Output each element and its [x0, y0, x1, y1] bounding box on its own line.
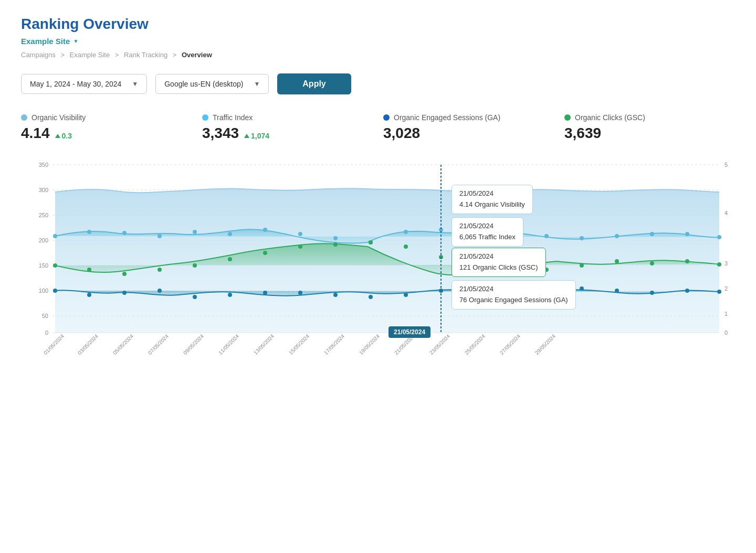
metric-dot [21, 114, 27, 121]
search-engine-picker[interactable]: Google us-EN (desktop) ▼ [155, 74, 269, 94]
apply-button[interactable]: Apply [277, 73, 351, 94]
svg-text:01/05/2024: 01/05/2024 [43, 333, 65, 356]
site-name: Example Site [21, 37, 70, 46]
svg-point-50 [333, 293, 338, 297]
svg-text:07/05/2024: 07/05/2024 [147, 333, 170, 356]
svg-text:27/05/2024: 27/05/2024 [499, 333, 521, 356]
active-date-bar: 21/05/2024 [388, 326, 430, 338]
svg-point-24 [122, 231, 127, 235]
breadcrumb-example-site[interactable]: Example Site [70, 51, 110, 59]
metric-value-row: 3,343 1,074 [202, 125, 362, 142]
svg-point-69 [298, 244, 302, 249]
date-range-picker[interactable]: May 1, 2024 - May 30, 2024 ▼ [21, 74, 147, 94]
svg-text:29/05/2024: 29/05/2024 [534, 333, 556, 356]
chart-container: 350 300 250 200 150 100 50 0 5 4 3 2 1 0 [21, 154, 735, 364]
svg-text:2: 2 [724, 285, 728, 292]
metric-value-row: 3,639 [564, 125, 724, 142]
svg-point-56 [544, 291, 549, 295]
svg-text:17/05/2024: 17/05/2024 [323, 333, 345, 356]
svg-point-32 [404, 230, 408, 234]
svg-text:200: 200 [39, 237, 48, 243]
svg-point-39 [650, 232, 654, 236]
svg-point-52 [404, 293, 408, 297]
svg-text:23/05/2024: 23/05/2024 [428, 333, 451, 356]
svg-point-35 [509, 230, 513, 234]
svg-point-54 [474, 289, 478, 293]
metric-dot [383, 114, 390, 121]
svg-point-79 [650, 261, 654, 265]
metric-value: 4.14 [21, 125, 50, 142]
search-engine-value: Google us-EN (desktop) [164, 80, 243, 88]
ranking-chart: 350 300 250 200 150 100 50 0 5 4 3 2 1 0 [21, 154, 735, 364]
metric-label-text: Organic Engaged Sessions (GA) [394, 113, 500, 122]
svg-point-75 [509, 272, 513, 276]
metric-value: 3,028 [383, 125, 420, 142]
svg-text:0: 0 [724, 329, 728, 336]
svg-point-46 [193, 295, 197, 299]
svg-point-70 [333, 242, 338, 247]
svg-text:05/05/2024: 05/05/2024 [112, 333, 134, 356]
breadcrumb-campaigns[interactable]: Campaigns [21, 51, 56, 59]
svg-point-59 [650, 291, 654, 295]
svg-text:250: 250 [39, 212, 48, 218]
svg-text:15/05/2024: 15/05/2024 [288, 333, 310, 356]
svg-point-26 [193, 230, 197, 234]
svg-point-61 [717, 290, 721, 294]
svg-point-55 [509, 291, 513, 295]
svg-point-22 [53, 234, 57, 238]
metric-value-row: 4.14 0.3 [21, 125, 181, 142]
svg-point-34 [474, 230, 478, 234]
svg-point-38 [615, 234, 619, 238]
svg-point-29 [298, 232, 302, 236]
metric-label-text: Organic Clicks (GSC) [575, 113, 645, 122]
svg-point-71 [369, 240, 373, 244]
svg-text:25/05/2024: 25/05/2024 [464, 333, 486, 356]
metric-organic-engaged-sessions-(ga): Organic Engaged Sessions (GA) 3,028 [373, 113, 554, 142]
svg-point-60 [685, 289, 689, 293]
svg-point-78 [615, 259, 619, 263]
svg-point-27 [228, 232, 232, 236]
breadcrumb-overview: Overview [182, 51, 212, 59]
svg-point-72 [404, 244, 408, 249]
metric-label: Organic Visibility [21, 113, 181, 122]
svg-point-74 [474, 263, 478, 268]
search-engine-chevron: ▼ [254, 80, 260, 88]
svg-text:13/05/2024: 13/05/2024 [253, 333, 275, 356]
change-arrow-icon [244, 134, 249, 138]
svg-point-23 [87, 230, 91, 234]
date-range-value: May 1, 2024 - May 30, 2024 [30, 80, 121, 88]
svg-point-62 [53, 263, 57, 268]
svg-text:4: 4 [724, 210, 728, 216]
svg-text:100: 100 [39, 288, 48, 294]
change-arrow-icon [55, 134, 60, 138]
svg-point-41 [717, 235, 721, 239]
svg-point-47 [228, 293, 232, 297]
metric-label: Organic Engaged Sessions (GA) [383, 113, 543, 122]
metric-value-row: 3,028 [383, 125, 543, 142]
svg-text:1: 1 [724, 311, 728, 317]
svg-text:19/05/2024: 19/05/2024 [358, 333, 381, 356]
svg-point-45 [158, 289, 162, 293]
metric-organic-visibility: Organic Visibility 4.14 0.3 [21, 113, 192, 142]
svg-point-48 [263, 291, 267, 295]
site-selector[interactable]: Example Site ▼ [21, 37, 735, 46]
site-selector-chevron: ▼ [73, 38, 78, 44]
svg-point-67 [228, 257, 232, 261]
svg-point-40 [685, 232, 689, 236]
metric-change: 1,074 [244, 132, 269, 140]
svg-point-44 [122, 291, 127, 295]
svg-point-30 [333, 236, 338, 240]
svg-text:09/05/2024: 09/05/2024 [182, 333, 205, 356]
svg-text:150: 150 [39, 262, 48, 269]
svg-point-43 [87, 293, 91, 297]
svg-point-51 [369, 295, 373, 299]
svg-point-65 [158, 268, 162, 272]
breadcrumb-rank-tracking[interactable]: Rank Tracking [124, 51, 167, 59]
metric-label-text: Traffic Index [213, 113, 253, 122]
svg-text:5: 5 [724, 162, 728, 168]
metric-dot [202, 114, 208, 121]
svg-text:3: 3 [724, 260, 728, 267]
date-picker-chevron: ▼ [132, 80, 138, 88]
page-title: Ranking Overview [21, 16, 735, 33]
metric-label: Organic Clicks (GSC) [564, 113, 724, 122]
